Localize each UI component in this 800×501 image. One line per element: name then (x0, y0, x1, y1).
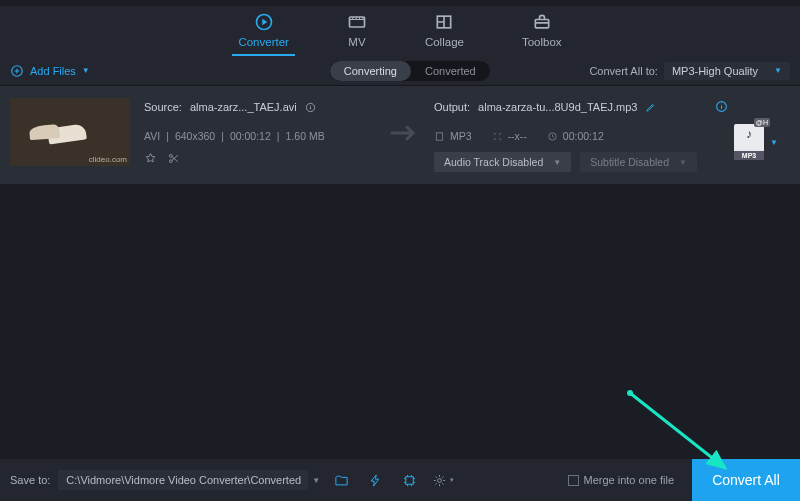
nav-label: Converter (238, 36, 289, 48)
gear-icon (432, 473, 447, 488)
top-nav: Converter MV Collage Toolbox (0, 0, 800, 56)
arrow-icon (390, 123, 420, 147)
nav-label: Collage (425, 36, 464, 48)
src-resolution: 640x360 (175, 130, 215, 142)
nav-label: Toolbox (522, 36, 562, 48)
sub-bar: Add Files ▼ Converting Converted Convert… (0, 56, 800, 86)
folder-icon (334, 473, 349, 488)
speed-boost-button[interactable] (362, 467, 388, 493)
thumbnail[interactable]: clideo.com (10, 98, 130, 166)
plus-circle-icon (10, 64, 24, 78)
checkbox-icon (568, 475, 579, 486)
bottom-bar: Save to: C:\Vidmore\Vidmore Video Conver… (0, 459, 800, 501)
convert-all-to: Convert All to: MP3-High Quality ▼ (589, 62, 790, 80)
convert-all-to-label: Convert All to: (589, 65, 657, 77)
format-picker[interactable]: @H ♪ MP3 ▼ (734, 112, 790, 172)
source-label: Source: (144, 101, 182, 113)
open-folder-button[interactable] (328, 467, 354, 493)
settings-button[interactable]: ▼ (430, 467, 456, 493)
add-files-label: Add Files (30, 65, 76, 77)
add-files-button[interactable]: Add Files ▼ (10, 64, 90, 78)
src-format: AVI (144, 130, 160, 142)
format-ext: MP3 (734, 151, 764, 160)
chevron-down-icon: ▼ (82, 66, 90, 75)
tab-converting[interactable]: Converting (330, 61, 411, 81)
resolution-icon (492, 131, 503, 142)
audio-track-dropdown[interactable]: Audio Track Disabled▼ (434, 152, 571, 172)
toolbox-icon (532, 12, 552, 32)
chevron-down-icon: ▼ (553, 158, 561, 167)
chevron-down-icon: ▼ (449, 477, 455, 483)
merge-checkbox[interactable]: Merge into one file (568, 474, 675, 486)
collage-icon (434, 12, 454, 32)
out-resolution: --x-- (492, 130, 527, 142)
empty-workarea (0, 184, 800, 452)
merge-label: Merge into one file (584, 474, 675, 486)
output-label: Output: (434, 101, 470, 113)
info-icon[interactable] (305, 102, 316, 113)
edit-icon[interactable] (645, 102, 656, 113)
preset-value: MP3-High Quality (672, 65, 758, 77)
hq-badge: @H (754, 118, 770, 127)
mv-icon (347, 12, 367, 32)
thumbnail-watermark: clideo.com (89, 155, 127, 164)
info-icon[interactable] (715, 100, 728, 115)
svg-point-7 (169, 154, 172, 157)
src-duration: 00:00:12 (230, 130, 271, 142)
tab-converted[interactable]: Converted (411, 61, 490, 81)
save-to-label: Save to: (10, 474, 50, 486)
svg-marker-1 (262, 19, 267, 26)
chevron-down-icon: ▼ (770, 138, 778, 147)
source-column: Source: alma-zarz..._TAEJ.avi AVI|640x36… (130, 98, 390, 172)
nav-converter[interactable]: Converter (232, 12, 295, 56)
save-path-input[interactable]: C:\Vidmore\Vidmore Video Converter\Conve… (58, 470, 308, 490)
svg-rect-2 (349, 17, 364, 27)
svg-rect-12 (406, 476, 414, 484)
lightning-icon (368, 473, 383, 488)
chevron-down-icon[interactable]: ▼ (312, 476, 320, 485)
source-filename: alma-zarz..._TAEJ.avi (190, 101, 297, 113)
star-icon[interactable] (144, 152, 157, 165)
audio-file-icon (434, 131, 445, 142)
scissors-icon[interactable] (167, 152, 180, 165)
output-column: Output: alma-zarza-tu...8U9d_TAEJ.mp3 MP… (420, 98, 734, 172)
src-size: 1.60 MB (286, 130, 325, 142)
output-filename: alma-zarza-tu...8U9d_TAEJ.mp3 (478, 101, 637, 113)
convert-all-button[interactable]: Convert All (692, 459, 800, 501)
clock-icon (547, 131, 558, 142)
chip-icon (402, 473, 417, 488)
subtitle-dropdown[interactable]: Subtitle Disabled▼ (580, 152, 697, 172)
svg-point-8 (169, 160, 172, 163)
nav-collage[interactable]: Collage (419, 12, 470, 56)
nav-mv[interactable]: MV (341, 12, 373, 56)
source-meta: AVI|640x360|00:00:12|1.60 MB (144, 130, 390, 142)
nav-label: MV (348, 36, 365, 48)
music-note-icon: ♪ (746, 127, 752, 141)
gpu-accel-button[interactable] (396, 467, 422, 493)
nav-toolbox[interactable]: Toolbox (516, 12, 568, 56)
format-badge: @H ♪ MP3 (734, 124, 764, 160)
file-item: clideo.com Source: alma-zarz..._TAEJ.avi… (0, 86, 800, 184)
chevron-down-icon: ▼ (679, 158, 687, 167)
svg-point-13 (437, 478, 441, 482)
converter-icon (254, 12, 274, 32)
tab-group: Converting Converted (330, 61, 490, 81)
out-format: MP3 (434, 130, 472, 142)
out-duration: 00:00:12 (547, 130, 604, 142)
svg-rect-10 (436, 132, 442, 139)
chevron-down-icon: ▼ (774, 66, 782, 75)
preset-dropdown[interactable]: MP3-High Quality ▼ (664, 62, 790, 80)
